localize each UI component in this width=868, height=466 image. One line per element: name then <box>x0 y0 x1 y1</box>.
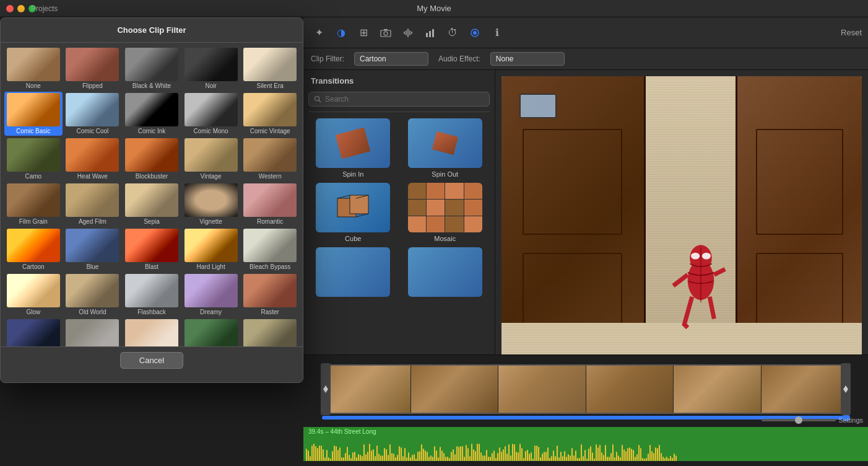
filter-thumb-comic-mono <box>184 93 238 126</box>
filter-item-none[interactable]: None <box>4 46 63 90</box>
filter-item-dreamy[interactable]: Dreamy <box>182 273 240 317</box>
wave-bar <box>354 452 355 461</box>
filter-item-vintage[interactable]: Vintage <box>182 137 240 181</box>
transition-item-mosaic[interactable]: Mosaic <box>402 183 489 242</box>
wave-bar <box>308 451 309 461</box>
transition-item-cube[interactable]: Cube <box>310 183 397 242</box>
info-icon[interactable]: ℹ <box>488 24 506 42</box>
filter-item-blast[interactable]: Blast <box>123 227 181 271</box>
filter-item-western[interactable]: Western <box>241 137 299 181</box>
filter-item-old-world[interactable]: Old World <box>64 273 122 317</box>
wave-bar <box>326 450 328 461</box>
frame-bg-1 <box>323 366 410 413</box>
transition-item-5[interactable] <box>402 247 489 299</box>
wave-bar <box>672 458 673 461</box>
minimize-button[interactable] <box>17 5 25 12</box>
mosaic-cell <box>445 200 463 216</box>
filter-label-none: None <box>26 82 41 89</box>
search-box[interactable] <box>308 92 490 107</box>
wave-bar <box>523 458 524 461</box>
search-input[interactable] <box>325 95 484 103</box>
wave-bar <box>347 447 348 461</box>
filter-item-bw[interactable]: Black & White <box>123 46 181 90</box>
projects-button[interactable]: Projects <box>31 4 58 13</box>
filter-item-flashback[interactable]: Flashback <box>123 273 181 317</box>
filter-item-comic-ink[interactable]: Comic Ink <box>123 92 181 136</box>
filter-item-comic-mono[interactable]: Comic Mono <box>182 92 240 136</box>
zoom-handle[interactable] <box>795 416 802 424</box>
filter-thumb-inner-western <box>243 138 297 172</box>
filter-item-comic-basic[interactable]: Comic Basic <box>4 92 63 136</box>
crop-icon[interactable]: ⊞ <box>354 24 373 42</box>
filter-item-negative[interactable]: Negative <box>123 318 181 346</box>
filter-item-cartoon[interactable]: Cartoon <box>4 227 63 271</box>
wave-bar <box>339 447 341 461</box>
camera-icon[interactable] <box>376 24 395 42</box>
transition-item-4[interactable] <box>310 247 397 299</box>
filter-item-romantic[interactable]: Romantic <box>241 182 299 226</box>
wave-bar <box>670 456 671 461</box>
filter-item-raster[interactable]: Raster <box>241 273 299 317</box>
filter-item-flipped[interactable]: Flipped <box>64 46 122 90</box>
filter-item-aged-film[interactable]: Aged Film <box>64 182 122 226</box>
filter-item-film-grain[interactable]: Film Grain <box>4 182 63 226</box>
filter-item-day-night[interactable]: Day into Night <box>4 318 63 346</box>
wave-bar <box>386 449 387 461</box>
color-wheel-icon[interactable]: ◑ <box>332 24 350 42</box>
filter-thumb-inner-negative <box>125 319 178 346</box>
spin-out-thumb <box>408 118 482 168</box>
wave-bar <box>438 457 439 461</box>
wave-bar <box>631 449 632 461</box>
filter-thumb-blue <box>66 229 119 262</box>
filter-item-blockbuster[interactable]: Blockbuster <box>123 137 181 181</box>
filter-label-blockbuster: Blockbuster <box>136 173 168 180</box>
filter-item-hard-light[interactable]: Hard Light <box>182 227 240 271</box>
filter-icon[interactable] <box>466 24 484 42</box>
filter-item-sepia[interactable]: Sepia <box>123 182 181 226</box>
filter-item-glow[interactable]: Glow <box>4 273 63 317</box>
cancel-button[interactable]: Cancel <box>120 352 183 369</box>
clip-strip[interactable] <box>322 364 849 414</box>
speedometer-icon[interactable]: ⏱ <box>443 24 462 42</box>
spin-in-inner <box>336 127 371 159</box>
filter-item-bleach[interactable]: Bleach Bypass <box>241 227 299 271</box>
filter-item-duotone[interactable]: Duotone <box>241 318 299 346</box>
svg-rect-11 <box>350 195 368 214</box>
wave-bar <box>397 455 398 461</box>
clip-marker-left[interactable] <box>321 363 331 415</box>
wave-bar <box>440 447 441 461</box>
zoom-slider[interactable] <box>762 419 836 421</box>
wave-bar <box>311 446 313 461</box>
spin-out-inner <box>432 131 458 155</box>
close-button[interactable] <box>6 5 14 12</box>
audio-effect-value[interactable]: None <box>490 52 565 66</box>
filter-label-blast: Blast <box>145 263 158 270</box>
wave-bar <box>479 444 480 461</box>
clip-filter-value[interactable]: Cartoon <box>354 52 428 66</box>
filter-item-xray[interactable]: X-Ray <box>64 318 122 346</box>
wave-bar <box>527 450 528 461</box>
settings-button[interactable]: Settings <box>838 416 863 424</box>
filter-item-scifi[interactable]: Sci-Fi <box>182 318 240 346</box>
wave-bar <box>545 452 547 461</box>
filter-item-noir[interactable]: Noir <box>182 46 240 90</box>
filter-thumb-sepia <box>125 183 178 217</box>
clip-marker-right[interactable] <box>841 363 851 415</box>
magic-wand-icon[interactable]: ✦ <box>310 24 328 42</box>
filter-item-vignette[interactable]: Vignette <box>182 182 240 226</box>
wave-bar <box>620 457 621 461</box>
transition-item-spin-out[interactable]: Spin Out <box>402 118 489 178</box>
transition-item-spin-in[interactable]: Spin In <box>310 118 397 178</box>
filter-item-comic-cool[interactable]: Comic Cool <box>64 92 122 136</box>
wave-bar <box>323 449 324 461</box>
filter-item-blue[interactable]: Blue <box>64 227 122 271</box>
wave-bar <box>519 444 521 461</box>
filter-item-camo[interactable]: Camo <box>4 137 63 181</box>
filter-item-comic-vintage[interactable]: Comic Vintage <box>241 92 299 136</box>
audio-icon[interactable] <box>399 24 417 42</box>
filter-item-heat-wave[interactable]: Heat Wave <box>64 137 122 181</box>
filter-thumb-inner-aged-film <box>66 183 119 217</box>
chart-icon[interactable] <box>421 24 440 42</box>
reset-button[interactable]: Reset <box>841 28 862 37</box>
filter-item-silent[interactable]: Silent Era <box>241 46 299 90</box>
